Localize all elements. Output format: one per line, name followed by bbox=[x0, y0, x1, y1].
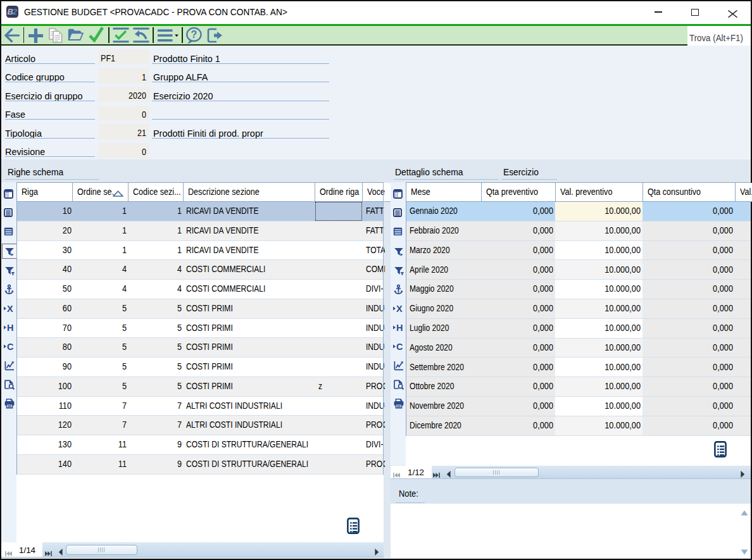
svg-text:H: H bbox=[7, 323, 13, 333]
svg-text:C: C bbox=[396, 342, 403, 352]
svg-text:C: C bbox=[7, 342, 14, 352]
svg-text:X: X bbox=[7, 304, 13, 314]
svg-text:?: ? bbox=[191, 29, 197, 40]
svg-text:H: H bbox=[396, 323, 403, 333]
svg-text:X: X bbox=[396, 304, 403, 314]
